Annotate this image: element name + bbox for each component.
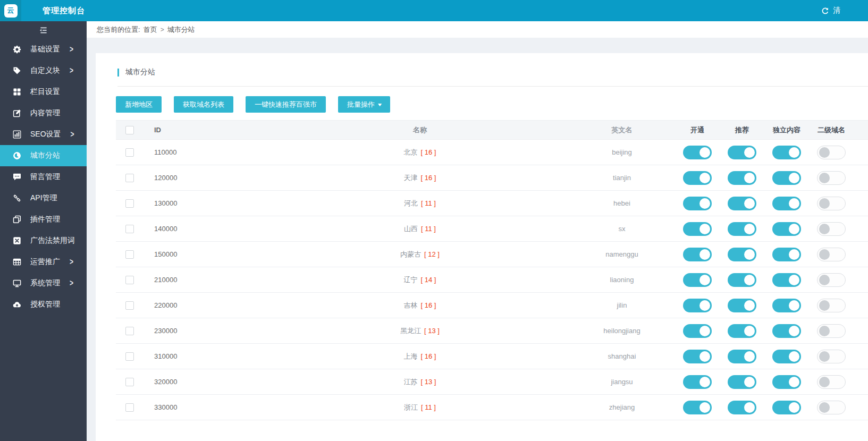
toolbar-button-label: 一键快速推荐百强市	[255, 100, 317, 109]
subdomain-toggle[interactable]	[817, 401, 846, 414]
table-row: 120000 天津[ 16 ] tianjin	[116, 165, 868, 191]
open-toggle[interactable]	[683, 222, 712, 236]
independent-content-toggle[interactable]	[772, 222, 801, 236]
open-toggle[interactable]	[683, 273, 712, 287]
cell-name: 黑龙江[ 13 ]	[271, 326, 569, 336]
table-header-row: ID 名称 英文名 开通 推荐 独立内容 二级域名	[116, 120, 868, 140]
recommend-toggle[interactable]	[728, 401, 756, 414]
independent-content-toggle[interactable]	[772, 375, 801, 389]
recommend-toggle[interactable]	[728, 350, 756, 363]
sidebar-item-label: 留言管理	[30, 172, 60, 182]
open-toggle[interactable]	[683, 171, 712, 185]
recommend-toggle[interactable]	[728, 273, 756, 287]
open-toggle[interactable]	[683, 146, 712, 159]
sidebar-item[interactable]: 自定义块 >	[0, 60, 87, 81]
row-checkbox[interactable]	[125, 199, 134, 208]
menu-fold-icon[interactable]	[39, 26, 48, 35]
row-checkbox[interactable]	[125, 148, 134, 157]
content-card: 城市分站 新增地区 获取域名列表 一键快速推荐百强市	[96, 53, 868, 441]
independent-content-toggle[interactable]	[772, 197, 801, 210]
select-all-checkbox[interactable]	[125, 126, 134, 134]
topbar: 云 管理控制台 清	[0, 0, 868, 21]
subdomain-toggle[interactable]	[817, 248, 846, 261]
open-toggle[interactable]	[683, 401, 712, 414]
recommend-toggle[interactable]	[728, 299, 756, 312]
clear-cache-link[interactable]: 清	[821, 0, 840, 21]
independent-content-toggle[interactable]	[772, 401, 801, 414]
cell-id: 130000	[144, 199, 271, 207]
independent-content-toggle[interactable]	[772, 299, 801, 312]
sidebar-item[interactable]: SEO设置 >	[0, 124, 87, 145]
open-toggle[interactable]	[683, 248, 712, 261]
recommend-toggle[interactable]	[728, 171, 756, 185]
subdomain-toggle[interactable]	[817, 273, 846, 287]
recommend-toggle[interactable]	[728, 375, 756, 389]
page-title: 城市分站	[125, 67, 155, 77]
toolbar-button[interactable]: 新增地区	[116, 96, 162, 113]
sidebar-item[interactable]: 栏目设置	[0, 81, 87, 103]
recommend-toggle[interactable]	[728, 146, 756, 159]
row-checkbox[interactable]	[125, 378, 134, 386]
open-toggle[interactable]	[683, 197, 712, 210]
row-checkbox[interactable]	[125, 327, 134, 335]
independent-content-toggle[interactable]	[772, 171, 801, 185]
cell-count: [ 11 ]	[421, 403, 436, 411]
header-id: ID	[144, 126, 271, 134]
sidebar-item[interactable]: 插件管理	[0, 209, 87, 230]
open-toggle[interactable]	[683, 299, 712, 312]
toolbar-button[interactable]: 获取域名列表	[174, 96, 233, 113]
independent-content-toggle[interactable]	[772, 248, 801, 261]
subdomain-toggle[interactable]	[817, 324, 846, 338]
subdomain-toggle[interactable]	[817, 375, 846, 389]
cell-english-name: tianjin	[569, 174, 675, 182]
sidebar-item[interactable]: 城市分站	[0, 145, 87, 166]
open-toggle[interactable]	[683, 375, 712, 389]
independent-content-toggle[interactable]	[772, 350, 801, 363]
sidebar-menu: 基础设置 > 自定义块 > 栏目设置 内容管理	[0, 39, 87, 315]
recommend-toggle[interactable]	[728, 248, 756, 261]
recommend-toggle[interactable]	[728, 324, 756, 338]
open-toggle[interactable]	[683, 350, 712, 363]
cell-name: 吉林[ 16 ]	[271, 301, 569, 310]
cell-id: 210000	[144, 276, 271, 284]
sidebar-item[interactable]: 基础设置 >	[0, 39, 87, 60]
row-checkbox[interactable]	[125, 403, 134, 412]
subdomain-toggle[interactable]	[817, 299, 846, 312]
sidebar-item-label: 系统管理	[30, 278, 60, 288]
row-checkbox[interactable]	[125, 250, 134, 259]
recommend-toggle[interactable]	[728, 222, 756, 236]
subdomain-toggle[interactable]	[817, 350, 846, 363]
sidebar-item[interactable]: 授权管理	[0, 294, 87, 315]
cell-id: 230000	[144, 327, 271, 335]
sidebar-item[interactable]: 留言管理	[0, 166, 87, 188]
toolbar-button[interactable]: 一键快速推荐百强市	[246, 96, 326, 113]
sidebar-item[interactable]: 系统管理 >	[0, 273, 87, 294]
row-checkbox[interactable]	[125, 352, 134, 361]
cell-english-name: beijing	[569, 148, 675, 156]
independent-content-toggle[interactable]	[772, 324, 801, 338]
row-checkbox[interactable]	[125, 174, 134, 182]
row-checkbox[interactable]	[125, 301, 134, 310]
subdomain-toggle[interactable]	[817, 197, 846, 210]
row-checkbox[interactable]	[125, 276, 134, 284]
sidebar-item[interactable]: API管理	[0, 188, 87, 209]
cell-id: 110000	[144, 148, 271, 156]
cell-english-name: jiangsu	[569, 378, 675, 386]
independent-content-toggle[interactable]	[772, 146, 801, 159]
sidebar-item[interactable]: 内容管理	[0, 103, 87, 124]
sidebar-item[interactable]: 广告法禁用词	[0, 230, 87, 251]
sidebar-item[interactable]: 运营推广 >	[0, 251, 87, 273]
toolbar-button[interactable]: 批量操作 ▾	[338, 96, 390, 113]
row-checkbox[interactable]	[125, 225, 134, 233]
logo-block[interactable]: 云	[0, 0, 21, 21]
recommend-toggle[interactable]	[728, 197, 756, 210]
header-open: 开通	[675, 125, 720, 135]
breadcrumb-home[interactable]: 首页	[144, 25, 157, 35]
subdomain-toggle[interactable]	[817, 222, 846, 236]
sidebar-item-label: 插件管理	[30, 215, 60, 224]
open-toggle[interactable]	[683, 324, 712, 338]
subdomain-toggle[interactable]	[817, 171, 846, 185]
independent-content-toggle[interactable]	[772, 273, 801, 287]
subdomain-toggle[interactable]	[817, 146, 846, 159]
chevron-right-icon: >	[70, 45, 73, 54]
